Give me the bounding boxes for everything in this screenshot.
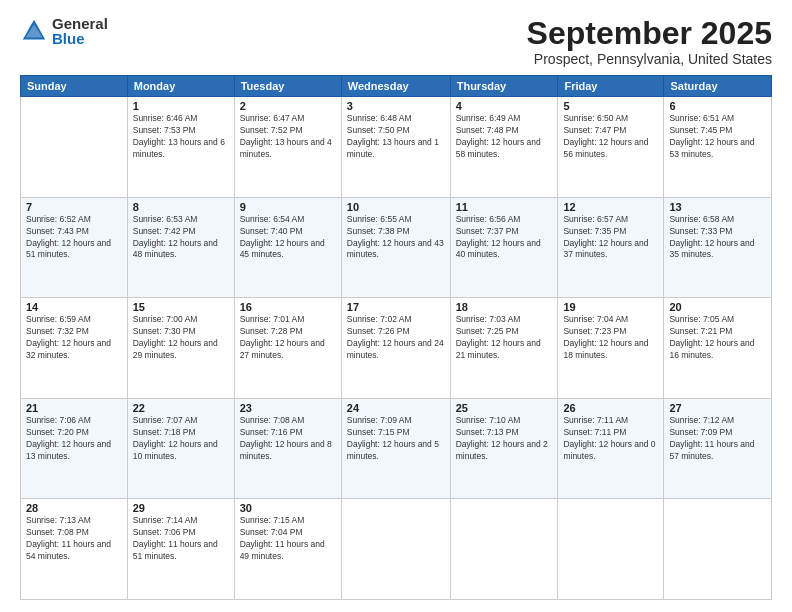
day-info: Sunrise: 6:56 AM Sunset: 7:37 PM Dayligh… [456,214,553,262]
day-number: 29 [133,502,229,514]
location-subtitle: Prospect, Pennsylvania, United States [527,51,772,67]
day-info: Sunrise: 6:47 AM Sunset: 7:52 PM Dayligh… [240,113,336,161]
day-info: Sunrise: 6:58 AM Sunset: 7:33 PM Dayligh… [669,214,766,262]
page: General Blue September 2025 Prospect, Pe… [0,0,792,612]
day-info: Sunrise: 7:06 AM Sunset: 7:20 PM Dayligh… [26,415,122,463]
day-info: Sunrise: 6:49 AM Sunset: 7:48 PM Dayligh… [456,113,553,161]
day-info: Sunrise: 7:03 AM Sunset: 7:25 PM Dayligh… [456,314,553,362]
cell-w3-d3: 16Sunrise: 7:01 AM Sunset: 7:28 PM Dayli… [234,298,341,399]
day-number: 8 [133,201,229,213]
day-info: Sunrise: 7:00 AM Sunset: 7:30 PM Dayligh… [133,314,229,362]
day-number: 20 [669,301,766,313]
cell-w2-d2: 8Sunrise: 6:53 AM Sunset: 7:42 PM Daylig… [127,197,234,298]
cell-w4-d6: 26Sunrise: 7:11 AM Sunset: 7:11 PM Dayli… [558,398,664,499]
cell-w3-d7: 20Sunrise: 7:05 AM Sunset: 7:21 PM Dayli… [664,298,772,399]
day-info: Sunrise: 7:14 AM Sunset: 7:06 PM Dayligh… [133,515,229,563]
cell-w5-d7 [664,499,772,600]
cell-w2-d6: 12Sunrise: 6:57 AM Sunset: 7:35 PM Dayli… [558,197,664,298]
day-info: Sunrise: 6:52 AM Sunset: 7:43 PM Dayligh… [26,214,122,262]
day-number: 7 [26,201,122,213]
cell-w2-d3: 9Sunrise: 6:54 AM Sunset: 7:40 PM Daylig… [234,197,341,298]
day-info: Sunrise: 6:55 AM Sunset: 7:38 PM Dayligh… [347,214,445,262]
day-info: Sunrise: 7:13 AM Sunset: 7:08 PM Dayligh… [26,515,122,563]
day-number: 6 [669,100,766,112]
cell-w1-d6: 5Sunrise: 6:50 AM Sunset: 7:47 PM Daylig… [558,97,664,198]
day-number: 12 [563,201,658,213]
day-info: Sunrise: 6:54 AM Sunset: 7:40 PM Dayligh… [240,214,336,262]
day-info: Sunrise: 7:15 AM Sunset: 7:04 PM Dayligh… [240,515,336,563]
day-info: Sunrise: 6:51 AM Sunset: 7:45 PM Dayligh… [669,113,766,161]
day-number: 23 [240,402,336,414]
cell-w5-d4 [341,499,450,600]
cell-w4-d4: 24Sunrise: 7:09 AM Sunset: 7:15 PM Dayli… [341,398,450,499]
logo-general-label: General [52,16,108,31]
day-info: Sunrise: 7:01 AM Sunset: 7:28 PM Dayligh… [240,314,336,362]
cell-w4-d1: 21Sunrise: 7:06 AM Sunset: 7:20 PM Dayli… [21,398,128,499]
week-row-5: 28Sunrise: 7:13 AM Sunset: 7:08 PM Dayli… [21,499,772,600]
week-row-2: 7Sunrise: 6:52 AM Sunset: 7:43 PM Daylig… [21,197,772,298]
cell-w3-d5: 18Sunrise: 7:03 AM Sunset: 7:25 PM Dayli… [450,298,558,399]
day-info: Sunrise: 7:08 AM Sunset: 7:16 PM Dayligh… [240,415,336,463]
day-number: 30 [240,502,336,514]
day-number: 4 [456,100,553,112]
calendar-table: Sunday Monday Tuesday Wednesday Thursday… [20,75,772,600]
logo-text: General Blue [52,16,108,46]
cell-w1-d2: 1Sunrise: 6:46 AM Sunset: 7:53 PM Daylig… [127,97,234,198]
cell-w5-d1: 28Sunrise: 7:13 AM Sunset: 7:08 PM Dayli… [21,499,128,600]
day-number: 13 [669,201,766,213]
day-number: 2 [240,100,336,112]
title-area: September 2025 Prospect, Pennsylvania, U… [527,16,772,67]
header-monday: Monday [127,76,234,97]
day-number: 25 [456,402,553,414]
day-info: Sunrise: 7:07 AM Sunset: 7:18 PM Dayligh… [133,415,229,463]
header: General Blue September 2025 Prospect, Pe… [20,16,772,67]
day-number: 3 [347,100,445,112]
day-number: 27 [669,402,766,414]
header-sunday: Sunday [21,76,128,97]
cell-w2-d4: 10Sunrise: 6:55 AM Sunset: 7:38 PM Dayli… [341,197,450,298]
day-number: 11 [456,201,553,213]
cell-w3-d6: 19Sunrise: 7:04 AM Sunset: 7:23 PM Dayli… [558,298,664,399]
cell-w1-d5: 4Sunrise: 6:49 AM Sunset: 7:48 PM Daylig… [450,97,558,198]
cell-w5-d2: 29Sunrise: 7:14 AM Sunset: 7:06 PM Dayli… [127,499,234,600]
day-info: Sunrise: 6:57 AM Sunset: 7:35 PM Dayligh… [563,214,658,262]
cell-w5-d3: 30Sunrise: 7:15 AM Sunset: 7:04 PM Dayli… [234,499,341,600]
day-number: 1 [133,100,229,112]
week-row-4: 21Sunrise: 7:06 AM Sunset: 7:20 PM Dayli… [21,398,772,499]
cell-w1-d3: 2Sunrise: 6:47 AM Sunset: 7:52 PM Daylig… [234,97,341,198]
day-number: 19 [563,301,658,313]
header-thursday: Thursday [450,76,558,97]
cell-w2-d7: 13Sunrise: 6:58 AM Sunset: 7:33 PM Dayli… [664,197,772,298]
days-header-row: Sunday Monday Tuesday Wednesday Thursday… [21,76,772,97]
header-tuesday: Tuesday [234,76,341,97]
day-number: 18 [456,301,553,313]
day-number: 16 [240,301,336,313]
calendar-header: Sunday Monday Tuesday Wednesday Thursday… [21,76,772,97]
cell-w4-d3: 23Sunrise: 7:08 AM Sunset: 7:16 PM Dayli… [234,398,341,499]
day-number: 28 [26,502,122,514]
day-number: 22 [133,402,229,414]
cell-w4-d2: 22Sunrise: 7:07 AM Sunset: 7:18 PM Dayli… [127,398,234,499]
cell-w3-d2: 15Sunrise: 7:00 AM Sunset: 7:30 PM Dayli… [127,298,234,399]
logo: General Blue [20,16,108,46]
day-number: 15 [133,301,229,313]
cell-w5-d6 [558,499,664,600]
day-number: 10 [347,201,445,213]
day-info: Sunrise: 7:04 AM Sunset: 7:23 PM Dayligh… [563,314,658,362]
cell-w1-d1 [21,97,128,198]
cell-w4-d7: 27Sunrise: 7:12 AM Sunset: 7:09 PM Dayli… [664,398,772,499]
day-info: Sunrise: 6:48 AM Sunset: 7:50 PM Dayligh… [347,113,445,161]
calendar-body: 1Sunrise: 6:46 AM Sunset: 7:53 PM Daylig… [21,97,772,600]
week-row-3: 14Sunrise: 6:59 AM Sunset: 7:32 PM Dayli… [21,298,772,399]
day-info: Sunrise: 7:05 AM Sunset: 7:21 PM Dayligh… [669,314,766,362]
cell-w1-d4: 3Sunrise: 6:48 AM Sunset: 7:50 PM Daylig… [341,97,450,198]
cell-w3-d4: 17Sunrise: 7:02 AM Sunset: 7:26 PM Dayli… [341,298,450,399]
day-number: 24 [347,402,445,414]
day-info: Sunrise: 7:09 AM Sunset: 7:15 PM Dayligh… [347,415,445,463]
header-friday: Friday [558,76,664,97]
day-info: Sunrise: 6:46 AM Sunset: 7:53 PM Dayligh… [133,113,229,161]
cell-w3-d1: 14Sunrise: 6:59 AM Sunset: 7:32 PM Dayli… [21,298,128,399]
cell-w2-d5: 11Sunrise: 6:56 AM Sunset: 7:37 PM Dayli… [450,197,558,298]
header-saturday: Saturday [664,76,772,97]
cell-w5-d5 [450,499,558,600]
